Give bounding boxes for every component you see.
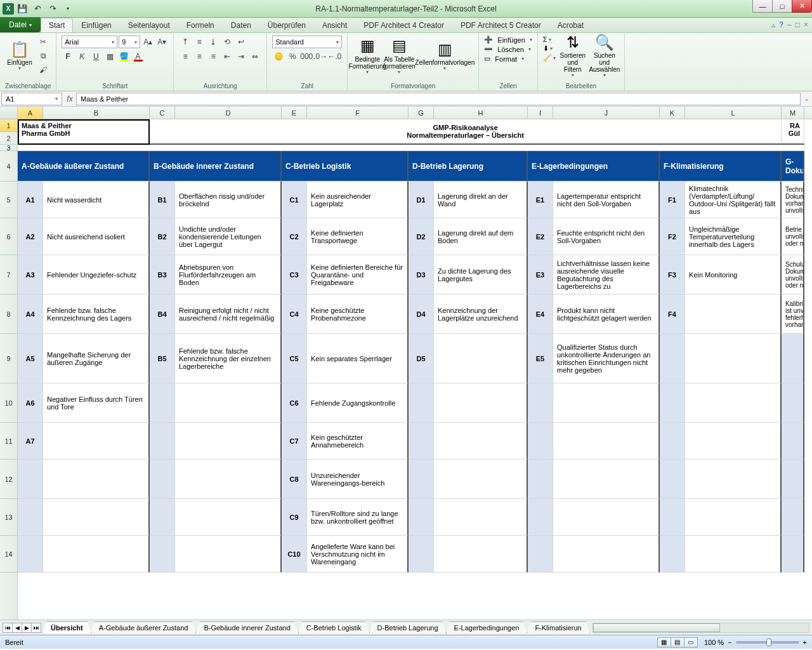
fx-icon[interactable]: fx <box>63 95 76 103</box>
col-header-M[interactable]: M <box>782 107 804 119</box>
cell-r5-I[interactable]: E1 <box>528 182 553 218</box>
row-header-1[interactable]: 1 <box>0 119 17 132</box>
fill-button[interactable]: ⬇▾ <box>543 44 556 53</box>
row-header-3[interactable]: 3 <box>0 145 17 151</box>
tab-first-icon[interactable]: ⏮ <box>3 623 13 633</box>
cell-r5-F[interactable]: Kein ausreichender Lagerplatz <box>307 182 409 218</box>
copy-icon[interactable]: ⧉ <box>37 50 49 62</box>
cell-r9-L[interactable] <box>685 334 782 383</box>
cell-r5-D[interactable]: Oberflächen rissig und/oder bröckelnd <box>175 182 282 218</box>
wrap-text-icon[interactable]: ↩ <box>235 36 247 48</box>
cell-r12-D[interactable] <box>175 460 282 499</box>
cell-r12-H[interactable] <box>434 460 528 499</box>
cell-r10-A[interactable]: A6 <box>18 383 43 423</box>
spacer-row[interactable] <box>18 145 804 151</box>
cell-r9-I[interactable]: E5 <box>528 334 553 383</box>
cell-r12-I[interactable] <box>528 460 553 499</box>
cell-r12-E[interactable]: C8 <box>282 460 307 499</box>
cell-r5-E[interactable]: C1 <box>282 182 307 218</box>
sheet-tab-1[interactable]: A-Gebäude äußerer Zustand <box>91 621 197 633</box>
qat-customize-icon[interactable]: ▾ <box>61 2 75 16</box>
col-header-H[interactable]: H <box>434 107 528 119</box>
currency-icon[interactable]: 🪙 <box>272 50 285 63</box>
cell-r10-E[interactable]: C6 <box>282 383 307 423</box>
cell-r13-G[interactable] <box>409 499 434 536</box>
cell-r11-G[interactable] <box>409 423 434 460</box>
cell-r9-B[interactable]: Mangelhafte Sicherung der äußeren Zugäng… <box>43 334 150 383</box>
cell-r9-A[interactable]: A5 <box>18 334 43 383</box>
cell-r13-E[interactable]: C9 <box>282 499 307 536</box>
cell-r7-M[interactable]: Schulu Dokum unvolls oder ni <box>782 255 804 295</box>
cell-r11-M[interactable] <box>782 423 804 460</box>
align-middle-icon[interactable]: ≡ <box>193 36 206 48</box>
delete-cells-button[interactable]: ➖ Löschen ▾ <box>484 45 531 53</box>
cell-r12-B[interactable] <box>43 460 150 499</box>
header-C[interactable]: C-Betrieb Logistik <box>282 151 409 182</box>
cell-r11-F[interactable]: Kein geschützter Annahmebereich <box>307 423 409 460</box>
sheet-tab-4[interactable]: D-Betrieb Lagerung <box>369 621 447 633</box>
cell-r14-K[interactable] <box>660 536 685 573</box>
row-header-13[interactable]: 13 <box>0 499 17 536</box>
cell-r8-L[interactable] <box>685 295 782 334</box>
cell-r5-H[interactable]: Lagerung direkt an der Wand <box>434 182 528 218</box>
row-header-9[interactable]: 9 <box>0 334 17 383</box>
col-header-F[interactable]: F <box>307 107 409 119</box>
align-left-icon[interactable]: ≡ <box>179 50 192 63</box>
mdi-restore-icon[interactable]: □ <box>796 20 800 29</box>
header-B[interactable]: B-Gebäude innerer Zustand <box>150 151 282 182</box>
cell-r10-I[interactable] <box>528 383 553 423</box>
insert-cells-button[interactable]: ➕ Einfügen ▾ <box>484 36 532 44</box>
minimize-ribbon-icon[interactable]: ▵ <box>771 20 775 29</box>
cell-r12-L[interactable] <box>685 460 782 499</box>
cell-r6-H[interactable]: Lagerung direkt auf dem Boden <box>434 218 528 255</box>
view-normal-icon[interactable]: ▦ <box>657 637 671 647</box>
select-all-corner[interactable] <box>0 107 18 119</box>
cell-r12-F[interactable]: Unzureichender Wareneingangs-bereich <box>307 460 409 499</box>
view-pagebreak-icon[interactable]: ▭ <box>684 637 698 647</box>
cell-r5-A[interactable]: A1 <box>18 182 43 218</box>
cell-r11-J[interactable] <box>553 423 660 460</box>
row-header-11[interactable]: 11 <box>0 423 17 460</box>
col-header-D[interactable]: D <box>175 107 282 119</box>
qat-undo-icon[interactable]: ↶ <box>30 2 44 16</box>
conditional-formatting-button[interactable]: ▦Bedingte Formatierung▾ <box>353 36 382 77</box>
help-icon[interactable]: ? <box>779 20 783 29</box>
cell-r11-H[interactable] <box>434 423 528 460</box>
zoom-in-icon[interactable]: + <box>803 639 807 646</box>
cell-r13-B[interactable] <box>43 499 150 536</box>
cell-r14-I[interactable] <box>528 536 553 573</box>
cell-r11-L[interactable] <box>685 423 782 460</box>
formula-input[interactable]: Maas & Peither <box>76 93 801 105</box>
font-color-icon[interactable]: A <box>131 50 144 63</box>
format-painter-icon[interactable]: 🖌 <box>37 63 49 76</box>
ribbon-tab-daten[interactable]: Daten <box>223 18 259 32</box>
cell-r9-C[interactable]: B5 <box>150 334 175 383</box>
cell-r13-F[interactable]: Türen/Rolltore sind zu lange bzw. unkont… <box>307 499 409 536</box>
cell-r11-E[interactable]: C7 <box>282 423 307 460</box>
decrease-indent-icon[interactable]: ⇤ <box>221 50 233 63</box>
cell-r7-A[interactable]: A3 <box>18 255 43 295</box>
cell-r13-I[interactable] <box>528 499 553 536</box>
header-D[interactable]: D-Betrieb Lagerung <box>409 151 528 182</box>
sheet-tab-6[interactable]: F-Klimatisierun <box>527 621 589 633</box>
minimize-button[interactable]: — <box>752 0 773 13</box>
mdi-minimize-icon[interactable]: – <box>787 20 792 29</box>
shrink-font-icon[interactable]: A▾ <box>155 36 168 48</box>
cell-r6-L[interactable]: Ungleichmäßige Temperaturverteilung inne… <box>685 218 782 255</box>
align-bottom-icon[interactable]: ⤓ <box>207 36 219 48</box>
ribbon-tab-einfügen[interactable]: Einfügen <box>73 18 119 32</box>
font-name-select[interactable]: Arial▾ <box>62 36 117 48</box>
cell-r14-H[interactable] <box>434 536 528 573</box>
cell-r12-J[interactable] <box>553 460 660 499</box>
format-cells-button[interactable]: ▭ Format ▾ <box>484 55 524 63</box>
cell-r13-M[interactable] <box>782 499 804 536</box>
cell-r9-G[interactable]: D5 <box>409 334 434 383</box>
qat-redo-icon[interactable]: ↷ <box>46 2 60 16</box>
cell-r6-A[interactable]: A2 <box>18 218 43 255</box>
cell-r10-M[interactable] <box>782 383 804 423</box>
cell-r13-K[interactable] <box>660 499 685 536</box>
cell-r8-J[interactable]: Produkt kann nicht lichtgeschützt gelage… <box>553 295 660 334</box>
cell-r6-M[interactable]: Betrie unvolls oder ni <box>782 218 804 255</box>
cell-r9-D[interactable]: Fehlende bzw. falsche Kennzeichnung der … <box>175 334 282 383</box>
cell-r9-J[interactable]: Qualifizierter Status durch unkontrollie… <box>553 334 660 383</box>
